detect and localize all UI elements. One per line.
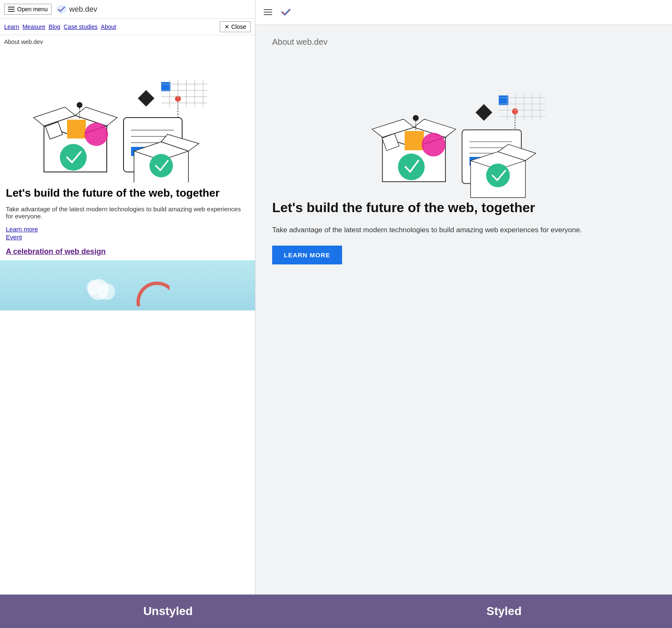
open-menu-label: Open menu — [17, 6, 48, 13]
svg-point-46 — [412, 115, 418, 121]
svg-rect-32 — [138, 90, 154, 107]
hero-illustration-left — [31, 49, 224, 182]
about-text-right: About web.dev — [272, 37, 655, 47]
svg-rect-43 — [404, 131, 424, 150]
logo-icon-right — [279, 5, 293, 19]
svg-point-9 — [77, 102, 82, 108]
svg-point-5 — [60, 144, 87, 171]
left-main-content: Let's build the future of the web, toget… — [0, 182, 255, 260]
left-navbar: Open menu web.dev — [0, 0, 255, 19]
nav-links: Learn Measure Blog Case studies About — [4, 23, 116, 30]
left-panel: Open menu web.dev Learn Measure Blog — [0, 0, 255, 595]
hamburger-icon-right[interactable] — [264, 9, 272, 15]
nav-link-blog[interactable]: Blog — [49, 23, 60, 30]
nav-link-measure[interactable]: Measure — [23, 23, 45, 30]
svg-rect-22 — [161, 82, 170, 91]
svg-point-7 — [85, 123, 108, 146]
celebration-link[interactable]: A celebration of web design — [6, 247, 106, 256]
svg-rect-69 — [475, 104, 492, 121]
nav-link-about[interactable]: About — [101, 23, 116, 30]
learn-more-button[interactable]: LEARN MORE — [272, 246, 342, 264]
site-name-left: web.dev — [69, 5, 97, 14]
nav-link-case-studies[interactable]: Case studies — [64, 23, 98, 30]
snowflake-preview — [0, 260, 255, 310]
svg-point-35 — [98, 283, 115, 300]
nav-dropdown: Learn Measure Blog Case studies About ✕ … — [0, 19, 255, 35]
hamburger-icon — [8, 7, 15, 12]
right-description: Take advantage of the latest modern tech… — [272, 224, 655, 236]
logo-icon-left — [56, 3, 67, 15]
about-text-left: About web.dev — [0, 35, 255, 49]
close-label: Close — [231, 23, 246, 30]
right-heading: Let's build the future of the web, toget… — [272, 199, 655, 216]
close-button[interactable]: ✕ Close — [220, 21, 251, 32]
logo-left: web.dev — [56, 3, 97, 15]
right-main-content: About web.dev — [255, 25, 672, 595]
nav-link-learn[interactable]: Learn — [4, 23, 19, 30]
illustration-left — [0, 49, 255, 182]
styled-label: Styled — [336, 595, 672, 628]
svg-rect-59 — [499, 95, 508, 105]
left-links: Learn more Event — [6, 226, 249, 241]
illustration-right — [272, 57, 655, 199]
svg-point-57 — [512, 108, 518, 114]
open-menu-button[interactable]: Open menu — [4, 4, 51, 15]
svg-point-42 — [398, 154, 425, 180]
svg-point-19 — [149, 154, 173, 177]
left-description: Take advantage of the latest modern tech… — [6, 205, 249, 220]
snowflake-svg — [86, 264, 170, 306]
svg-rect-6 — [67, 120, 86, 138]
close-x-icon: ✕ — [224, 23, 229, 30]
right-navbar — [255, 0, 672, 25]
left-heading: Let's build the future of the web, toget… — [6, 187, 249, 200]
svg-point-44 — [422, 133, 445, 157]
hero-illustration-right — [368, 57, 560, 199]
svg-point-36 — [138, 283, 170, 306]
right-panel: About web.dev — [255, 0, 672, 595]
learn-more-link[interactable]: Learn more — [6, 226, 249, 233]
unstyled-label: Unstyled — [0, 595, 336, 628]
bottom-labels: Unstyled Styled — [0, 595, 672, 628]
svg-point-56 — [486, 164, 510, 187]
event-link[interactable]: Event — [6, 233, 249, 241]
